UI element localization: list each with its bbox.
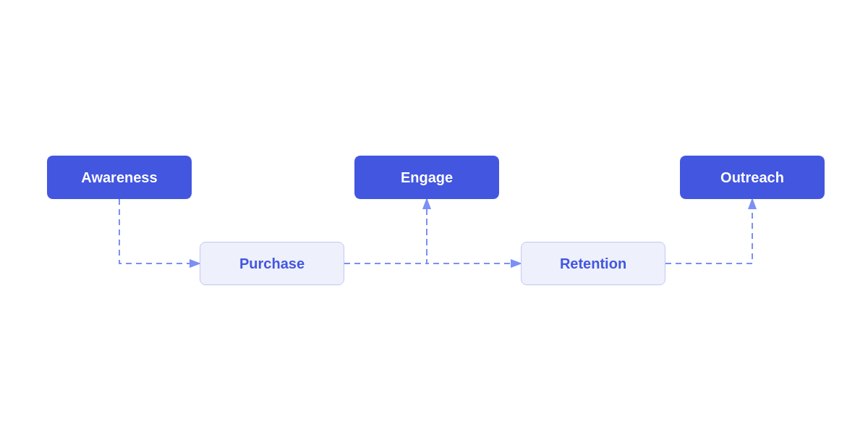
node-retention-label: Retention	[560, 256, 626, 272]
arrow-retention-outreach	[665, 199, 752, 263]
node-awareness[interactable]: Awareness	[47, 156, 192, 199]
arrow-engage-retention	[427, 199, 521, 263]
node-purchase-label: Purchase	[239, 256, 305, 272]
node-outreach[interactable]: Outreach	[680, 156, 825, 199]
diagram-canvas: Awareness Engage Outreach Purchase Reten…	[0, 0, 868, 443]
node-purchase[interactable]: Purchase	[200, 242, 344, 285]
node-awareness-label: Awareness	[81, 169, 157, 186]
arrow-purchase-engage	[344, 199, 427, 263]
node-outreach-label: Outreach	[720, 169, 784, 186]
node-engage-label: Engage	[401, 169, 453, 186]
connectors-layer	[0, 0, 868, 443]
arrow-awareness-purchase	[119, 199, 200, 263]
node-engage[interactable]: Engage	[354, 156, 499, 199]
node-retention[interactable]: Retention	[521, 242, 665, 285]
